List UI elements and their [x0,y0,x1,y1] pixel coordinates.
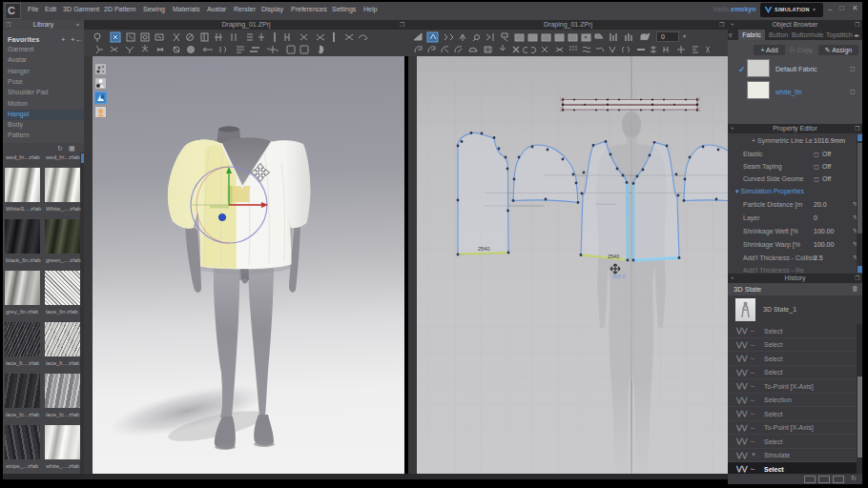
svg-text:2540: 2540 [608,254,619,259]
svg-text:2540: 2540 [478,246,489,252]
svg-text:500.0: 500.0 [612,274,626,279]
